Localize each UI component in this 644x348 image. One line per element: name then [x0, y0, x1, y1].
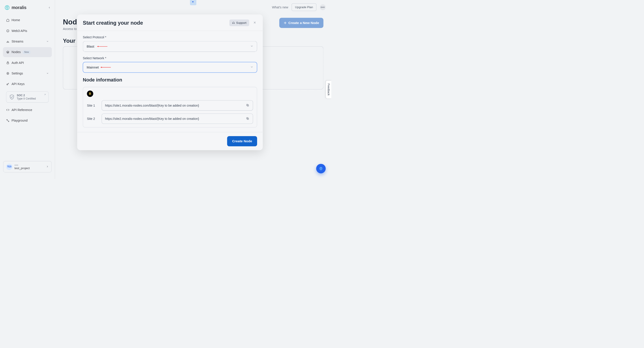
nav-auth-api[interactable]: Auth API	[3, 58, 52, 68]
site-row-1: Site 1 https://site1.moralis-nodes.com/b…	[87, 100, 253, 111]
network-value: Mainnet	[87, 65, 99, 69]
copy-button-1[interactable]	[246, 103, 250, 108]
playground-icon	[6, 119, 10, 122]
modal-footer: Create Node	[77, 132, 263, 150]
chevron-right-icon	[46, 165, 48, 168]
nav-playground[interactable]: Playground	[3, 116, 52, 125]
soc-card[interactable]: SOC 2 Type II Certified	[6, 91, 48, 103]
nav-api-reference[interactable]: API Reference	[3, 105, 52, 115]
nav-label: Auth API	[12, 61, 24, 65]
modal-header: Start creating your node Support	[77, 15, 263, 31]
chat-bubble[interactable]	[316, 164, 326, 173]
nav-label: Playground	[12, 119, 28, 122]
nav-web3-apis[interactable]: 3 Web3 APIs	[3, 26, 52, 36]
network-label: Select Network *	[83, 56, 257, 60]
new-badge: New	[23, 50, 30, 54]
nodes-icon	[6, 50, 10, 54]
modal-body: Select Protocol * Blast Select Network *…	[77, 31, 263, 132]
svg-point-4	[7, 84, 8, 85]
copy-icon	[246, 117, 249, 120]
network-select[interactable]: Mainnet	[83, 62, 257, 72]
nav-nodes[interactable]: Nodes New	[3, 47, 52, 57]
logo-text: moralis	[12, 5, 26, 10]
arrow-annotation	[100, 66, 111, 68]
project-switcher[interactable]: TES xxx test_project	[3, 161, 52, 172]
lock-icon	[6, 61, 10, 64]
code-icon	[6, 108, 10, 111]
site-url-field-2: https://site2.moralis-nodes.com/blast/{K…	[102, 114, 253, 124]
page-subtitle: Access to	[63, 27, 77, 31]
headset-icon	[232, 21, 235, 24]
chevron-left-icon	[48, 7, 50, 9]
protocol-value: Blast	[87, 45, 94, 48]
create-node-submit-button[interactable]: Create Node	[227, 136, 257, 146]
nav-list: Home 3 Web3 APIs Streams Nodes New Auth …	[0, 15, 55, 158]
svg-rect-2	[7, 63, 8, 64]
streams-icon	[6, 40, 10, 43]
external-link-icon	[44, 93, 46, 96]
flag-icon	[192, 1, 194, 4]
shield-icon	[9, 94, 15, 100]
nav-api-keys[interactable]: API Keys	[3, 79, 52, 89]
svg-text:3: 3	[8, 30, 8, 32]
site-row-2: Site 2 https://site2.moralis-nodes.com/b…	[87, 114, 253, 124]
sidebar: moralis Home 3 Web3 APIs Streams Nodes N…	[0, 0, 55, 179]
upgrade-plan-button[interactable]: Upgrade Plan	[292, 3, 316, 11]
close-icon	[253, 21, 256, 24]
whats-new-link[interactable]: What's new	[272, 5, 288, 9]
site-label: Site 1	[87, 104, 98, 107]
nav-label: Streams	[12, 40, 23, 43]
nav-label: Web3 APIs	[12, 29, 27, 33]
nav-settings[interactable]: Settings	[3, 69, 52, 78]
moralis-chat-icon	[318, 166, 323, 171]
chevron-down-icon	[250, 45, 253, 48]
node-info-title: Node information	[83, 77, 257, 83]
nav-label: API Keys	[12, 82, 24, 86]
create-node-label: Create a New Node	[288, 21, 319, 25]
modal-title: Start creating your node	[83, 20, 143, 26]
nav-label: Home	[12, 18, 20, 22]
gear-icon	[6, 72, 10, 75]
nav-streams[interactable]: Streams	[3, 37, 52, 47]
site-url: https://site1.moralis-nodes.com/blast/{K…	[105, 104, 199, 107]
create-node-modal: Start creating your node Support Select …	[77, 15, 263, 150]
soc-sub: Type II Certified	[17, 97, 36, 100]
user-avatar[interactable]: DAV	[320, 4, 326, 10]
site-url-field-1: https://site1.moralis-nodes.com/blast/{K…	[102, 100, 253, 111]
chevron-down-icon	[250, 65, 253, 69]
chevron-down-icon	[46, 40, 48, 43]
chevron-down-icon	[46, 72, 48, 75]
protocol-label: Select Protocol *	[83, 36, 257, 39]
nav-label: Nodes	[12, 50, 21, 54]
project-label: xxx	[14, 163, 44, 166]
node-info-card: B Site 1 https://site1.moralis-nodes.com…	[83, 87, 257, 127]
copy-button-2[interactable]	[246, 116, 250, 121]
support-button[interactable]: Support	[230, 19, 249, 26]
arrow-annotation	[96, 45, 108, 48]
project-name: test_project	[14, 166, 44, 170]
sidebar-header: moralis	[0, 3, 55, 15]
logo[interactable]: moralis	[4, 5, 26, 11]
svg-point-3	[8, 73, 8, 74]
close-modal-button[interactable]	[252, 20, 257, 26]
feedback-tab[interactable]: Feedback	[326, 80, 332, 99]
blast-icon: B	[87, 91, 93, 97]
nav-label: API Reference	[12, 108, 32, 112]
protocol-select[interactable]: Blast	[83, 41, 257, 52]
page-title: Nod	[63, 18, 77, 26]
nav-label: Settings	[12, 72, 23, 75]
site-label: Site 2	[87, 117, 98, 120]
key-icon	[6, 82, 10, 86]
project-avatar: TES	[6, 164, 12, 170]
flag-tab[interactable]	[190, 0, 196, 5]
site-url: https://site2.moralis-nodes.com/blast/{K…	[105, 117, 199, 120]
cube-icon: 3	[6, 29, 10, 32]
soc-title: SOC 2	[17, 94, 36, 97]
copy-icon	[246, 104, 249, 107]
plus-icon	[284, 21, 286, 25]
nav-home[interactable]: Home	[3, 15, 52, 25]
create-new-node-button[interactable]: Create a New Node	[279, 18, 324, 28]
logo-icon	[4, 5, 10, 11]
collapse-sidebar-button[interactable]	[47, 6, 52, 10]
support-label: Support	[236, 21, 246, 25]
